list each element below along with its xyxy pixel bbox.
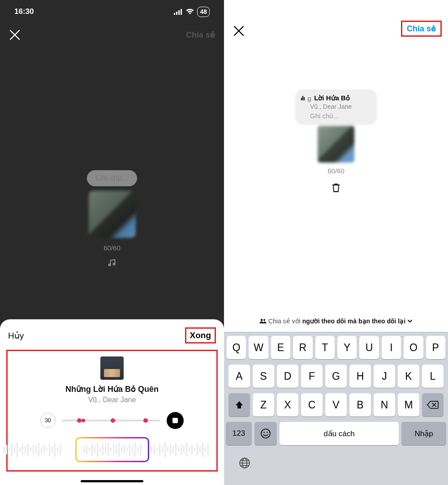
trash-icon[interactable] xyxy=(332,183,340,193)
title-clip-prefix: g xyxy=(307,94,311,102)
note-artist: Vũ., Dear Jane xyxy=(310,103,369,110)
right-topbar: Chia sẻ xyxy=(224,0,448,41)
svg-point-4 xyxy=(108,264,110,266)
key-n[interactable]: N xyxy=(374,393,395,416)
sheet-cancel[interactable]: Hủy xyxy=(8,330,24,341)
svg-point-6 xyxy=(261,319,263,321)
battery-icon: 48 xyxy=(197,7,210,17)
share-audience[interactable]: Chia sẻ với người theo dõi mà bạn theo d… xyxy=(224,318,448,325)
char-count: 60/60 xyxy=(327,167,345,175)
avatar-thumbnail xyxy=(89,191,136,238)
key-b[interactable]: B xyxy=(349,393,371,416)
song-artist: Vũ., Dear Jane xyxy=(8,396,216,404)
track-row: 30 xyxy=(8,412,216,429)
space-key[interactable]: dấu cách xyxy=(280,422,399,445)
left-center: Ghi chú... 60/60 xyxy=(0,170,224,268)
stop-button[interactable] xyxy=(167,412,184,429)
key-x[interactable]: X xyxy=(277,393,298,416)
svg-rect-1 xyxy=(176,12,177,15)
key-k[interactable]: K xyxy=(398,365,419,388)
left-topbar: Chia sẻ xyxy=(0,23,224,47)
home-indicator xyxy=(81,480,143,482)
song-title: Những Lời Hứa Bỏ Quên xyxy=(8,384,216,394)
key-u[interactable]: U xyxy=(359,336,379,359)
key-a[interactable]: A xyxy=(228,365,250,388)
album-art xyxy=(100,356,124,380)
signal-icon xyxy=(174,9,183,15)
svg-point-5 xyxy=(113,263,115,265)
key-p[interactable]: P xyxy=(426,336,445,359)
chevron-down-icon xyxy=(407,319,413,323)
key-v[interactable]: V xyxy=(325,393,347,416)
share-button[interactable]: Chia sẻ xyxy=(401,21,442,37)
key-f[interactable]: F xyxy=(301,365,323,388)
right-center: g Lời Hứa Bỏ Vũ., Dear Jane Ghi chú... 6… xyxy=(224,90,448,193)
equalizer-icon xyxy=(301,96,305,100)
key-i[interactable]: I xyxy=(382,336,401,359)
waveform-selection[interactable] xyxy=(75,437,149,462)
svg-rect-3 xyxy=(181,9,182,15)
duration-button[interactable]: 30 xyxy=(40,413,56,428)
wifi-icon xyxy=(185,9,194,15)
right-screenshot: Chia sẻ g Lời Hứa Bỏ Vũ., Dear Jane Ghi … xyxy=(224,0,448,485)
enter-key[interactable]: Nhập xyxy=(401,422,446,445)
key-z[interactable]: Z xyxy=(253,393,274,416)
shift-key[interactable] xyxy=(228,393,250,416)
share-pre: Chia sẻ với xyxy=(268,318,301,325)
char-count: 60/60 xyxy=(103,244,121,252)
key-t[interactable]: T xyxy=(315,336,335,359)
music-sheet: Hủy Xong Những Lời Hứa Bỏ Quên Vũ., Dear… xyxy=(0,319,224,485)
key-q[interactable]: Q xyxy=(227,336,246,359)
sheet-done[interactable]: Xong xyxy=(185,327,216,343)
svg-point-10 xyxy=(267,432,268,433)
people-icon xyxy=(259,318,267,324)
svg-rect-2 xyxy=(178,10,180,15)
share-disabled: Chia sẻ xyxy=(186,30,215,40)
avatar-thumbnail xyxy=(318,126,354,163)
note-card[interactable]: g Lời Hứa Bỏ Vũ., Dear Jane Ghi chú... xyxy=(296,90,376,124)
note-title: Lời Hứa Bỏ xyxy=(314,94,350,102)
key-w[interactable]: W xyxy=(249,336,268,359)
key-m[interactable]: M xyxy=(398,393,419,416)
backspace-key[interactable] xyxy=(422,393,444,416)
close-icon[interactable] xyxy=(233,25,245,37)
key-o[interactable]: O xyxy=(404,336,423,359)
keyboard: QWERTYUIOP ASDFGHJKL ZXCVBNM 123 dấu các… xyxy=(224,332,448,485)
numbers-key[interactable]: 123 xyxy=(226,422,252,445)
highlight-box: Những Lời Hứa Bỏ Quên Vũ., Dear Jane 30 xyxy=(6,350,218,472)
key-g[interactable]: G xyxy=(325,365,347,388)
close-icon[interactable] xyxy=(9,29,21,41)
note-input-pill[interactable]: Ghi chú... xyxy=(87,170,138,186)
svg-point-9 xyxy=(263,432,265,433)
svg-point-7 xyxy=(263,319,265,321)
globe-icon[interactable] xyxy=(238,457,251,469)
svg-point-8 xyxy=(261,429,270,438)
status-time: 16:30 xyxy=(14,7,34,16)
track-slider[interactable] xyxy=(62,420,160,421)
status-icons: 48 xyxy=(174,7,210,17)
left-screenshot: 16:30 48 Chia sẻ Ghi chú... 60/60 Hủy Xo… xyxy=(0,0,224,485)
emoji-key[interactable] xyxy=(254,422,277,445)
share-bold: người theo dõi mà bạn theo dõi lại xyxy=(302,318,405,325)
key-j[interactable]: J xyxy=(374,365,395,388)
svg-rect-0 xyxy=(174,13,175,15)
status-bar: 16:30 48 xyxy=(0,0,224,23)
waveform-row[interactable] xyxy=(1,433,223,466)
key-d[interactable]: D xyxy=(277,365,298,388)
key-r[interactable]: R xyxy=(293,336,312,359)
key-s[interactable]: S xyxy=(253,365,274,388)
note-placeholder[interactable]: Ghi chú... xyxy=(310,112,369,120)
key-l[interactable]: L xyxy=(422,365,444,388)
key-e[interactable]: E xyxy=(271,336,290,359)
key-h[interactable]: H xyxy=(349,365,371,388)
key-y[interactable]: Y xyxy=(337,336,357,359)
music-icon[interactable] xyxy=(107,258,117,268)
key-c[interactable]: C xyxy=(301,393,323,416)
